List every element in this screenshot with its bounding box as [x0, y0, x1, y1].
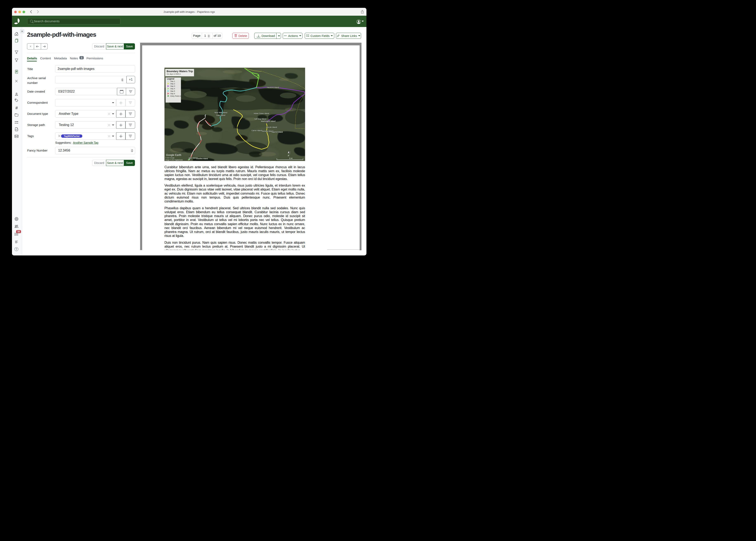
svg-text:Day 3: Day 3 [170, 85, 175, 87]
svg-text:Half Dog Island: Half Dog Island [254, 118, 266, 120]
svg-text:© 2017 Google: © 2017 Google [165, 157, 175, 159]
svg-text:Boundary Waters Trip: Boundary Waters Trip [167, 70, 193, 73]
svg-text:New York Island: New York Island [215, 112, 227, 114]
svg-text:Gary Island: Gary Island [216, 114, 225, 116]
svg-text:Canoe Island: Canoe Island [252, 130, 262, 132]
svg-text:Image © 2017 DigitalGlobe: Image © 2017 DigitalGlobe [165, 159, 183, 161]
svg-text:N: N [288, 154, 289, 157]
svg-text:Lincoln Island: Lincoln Island [266, 126, 277, 128]
svg-text:Washington Island: Washington Island [261, 120, 275, 122]
svg-text:Day 5: Day 5 [170, 90, 175, 92]
svg-text:Day 4: Day 4 [170, 88, 175, 90]
svg-text:Day 1: Day 1 [170, 80, 175, 82]
svg-text:Entry Point 24: Entry Point 24 [170, 95, 182, 97]
svg-text:Hausons Island: Hausons Island [267, 86, 279, 89]
svg-text:Text: Text [233, 126, 238, 129]
svg-text:Charlies Island: Charlies Island [196, 158, 208, 160]
svg-text:Six days in BWCA: Six days in BWCA [167, 73, 181, 75]
svg-text:Google Earth: Google Earth [166, 154, 181, 157]
svg-text:Day 6: Day 6 [170, 93, 175, 95]
svg-text:Squirrel Island: Squirrel Island [272, 131, 283, 133]
svg-text:Day 2: Day 2 [170, 83, 175, 85]
svg-text:3 mi: 3 mi [289, 157, 293, 159]
svg-text:Legend: Legend [167, 78, 174, 80]
svg-text:Indian Grave Island: Indian Grave Island [254, 112, 269, 114]
